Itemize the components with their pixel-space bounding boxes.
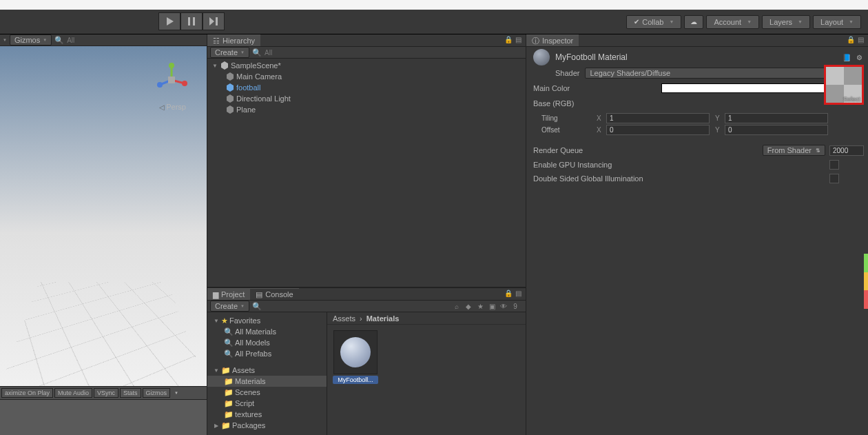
breadcrumb-root[interactable]: Assets — [333, 314, 355, 323]
expand-icon[interactable]: ▼ — [211, 63, 218, 69]
save-icon[interactable]: ▣ — [487, 301, 497, 311]
scene-gizmos-dropdown[interactable]: Gizmos▼ — [10, 34, 52, 45]
hierarchy-icon: ☷ — [213, 37, 220, 45]
svg-point-1 — [169, 63, 174, 68]
docs-icon[interactable]: 📘 — [842, 52, 851, 62]
step-button[interactable] — [203, 12, 225, 30]
scene-bottom-bar: aximize On Play Mute Audio VSync Stats G… — [0, 386, 207, 399]
mute-toggle[interactable]: Mute Audio — [54, 388, 92, 398]
folder-scenes[interactable]: 📁Scenes — [207, 387, 327, 398]
scene-search-input[interactable] — [67, 37, 204, 44]
project-folder-tree[interactable]: ▼ ★ Favorites 🔍All Materials 🔍All Models… — [207, 312, 327, 435]
play-button[interactable] — [158, 12, 180, 30]
scene-view[interactable]: ◁ Persp — [0, 46, 207, 386]
material-preview-sphere[interactable] — [533, 49, 550, 65]
asset-material[interactable]: MyFootboll... — [333, 330, 378, 384]
folder-materials[interactable]: 📁Materials — [207, 376, 327, 387]
pause-button[interactable] — [180, 12, 203, 30]
render-queue-label: Render Queue — [533, 146, 623, 154]
vsync-toggle[interactable]: VSync — [94, 388, 118, 398]
hierarchy-item-football[interactable]: football — [207, 82, 526, 93]
fav-all-models[interactable]: 🔍All Models — [207, 337, 327, 348]
cloud-button[interactable]: ☁ — [684, 15, 703, 29]
asset-label: MyFootboll... — [333, 376, 378, 384]
gizmos-toggle[interactable]: Gizmos — [143, 388, 171, 398]
expand-icon[interactable]: ▶ — [213, 423, 220, 429]
hierarchy-tree[interactable]: ▼ SampleScene* Main Camera football Dire… — [207, 59, 526, 287]
filter-icon[interactable]: ⌕ — [452, 301, 462, 311]
lock-icon[interactable]: 🔒 — [504, 36, 513, 43]
orientation-gizmo[interactable] — [154, 63, 189, 97]
hierarchy-item-light[interactable]: Directional Light — [207, 93, 526, 104]
fav-all-prefabs[interactable]: 🔍All Prefabs — [207, 348, 327, 359]
asset-grid[interactable]: MyFootboll... — [327, 325, 526, 435]
color-markers — [864, 254, 868, 309]
type-icon[interactable]: ★ — [475, 301, 485, 311]
layers-label: Layers — [769, 18, 792, 26]
texture-select-button[interactable]: Select — [843, 96, 860, 103]
chevron-icon: › — [360, 314, 362, 323]
panel-menu-icon[interactable]: ▤ — [515, 290, 521, 297]
main-color-label: Main Color — [533, 84, 623, 92]
stats-toggle[interactable]: Stats — [120, 388, 141, 398]
svg-point-5 — [157, 82, 163, 88]
packages-header[interactable]: ▶ 📁 Packages — [207, 420, 327, 431]
render-queue-input[interactable] — [829, 145, 864, 156]
folder-icon: ▆ — [213, 290, 218, 299]
expand-icon[interactable]: ▼ — [213, 367, 220, 374]
offset-y-input[interactable] — [725, 125, 828, 135]
label-icon[interactable]: ◆ — [464, 301, 473, 311]
tiling-y-input[interactable] — [725, 113, 828, 123]
expand-icon[interactable]: ▼ — [213, 318, 220, 324]
fav-all-materials[interactable]: 🔍All Materials — [207, 326, 327, 337]
inspector-body: MyFootboll Material 📘 ⚙ Shader Legacy Sh… — [526, 47, 868, 435]
hierarchy-create-dropdown[interactable]: Create▼ — [210, 47, 249, 58]
gameobject-icon — [225, 105, 235, 114]
main-toolbar: ✔ Collab▼ ☁ Account▼ Layers▼ Layout▼ — [0, 10, 868, 34]
material-thumbnail — [333, 330, 378, 374]
folder-script[interactable]: 📁Script — [207, 398, 327, 409]
shader-dropdown[interactable]: Legacy Shaders/Diffuse ▼ — [585, 68, 864, 79]
scene-toolbar: ▼ Gizmos▼ 🔍 — [0, 34, 207, 46]
account-button[interactable]: Account▼ — [706, 15, 759, 29]
project-tab[interactable]: ▆ Project — [207, 288, 250, 300]
prefab-icon — [225, 83, 235, 92]
hierarchy-item-camera[interactable]: Main Camera — [207, 71, 526, 82]
folder-icon: 📁 — [221, 366, 231, 375]
svg-point-3 — [182, 81, 187, 86]
gear-icon[interactable]: ⚙ — [854, 52, 864, 62]
console-tab[interactable]: ▤ Console — [250, 288, 298, 300]
tiling-x-input[interactable] — [606, 113, 710, 123]
project-search-input[interactable] — [265, 303, 449, 310]
render-queue-dropdown[interactable]: From Shader ⇅ — [763, 145, 825, 156]
layers-button[interactable]: Layers▼ — [762, 15, 810, 29]
hierarchy-search-input[interactable] — [265, 49, 523, 57]
persp-label[interactable]: ◁ Persp — [159, 103, 186, 111]
panel-menu-icon[interactable]: ▤ — [515, 36, 521, 43]
scene-root-row[interactable]: ▼ SampleScene* — [207, 60, 526, 71]
favorites-header[interactable]: ▼ ★ Favorites — [207, 315, 327, 326]
lock-icon[interactable]: 🔒 — [847, 36, 855, 43]
lock-icon[interactable]: 🔒 — [504, 290, 513, 297]
svg-rect-6 — [168, 77, 175, 83]
gpu-instancing-checkbox[interactable] — [829, 160, 839, 170]
folder-icon: 📁 — [224, 399, 234, 408]
dsgi-checkbox[interactable] — [829, 174, 839, 183]
hierarchy-tab[interactable]: ☷ Hierarchy — [207, 34, 260, 46]
offset-x-input[interactable] — [606, 125, 710, 135]
texture-swatch[interactable]: Select — [824, 65, 864, 105]
layout-button[interactable]: Layout▼ — [813, 15, 861, 29]
project-create-dropdown[interactable]: Create▼ — [210, 301, 249, 312]
hierarchy-item-plane[interactable]: Plane — [207, 104, 526, 115]
assets-header[interactable]: ▼ 📁 Assets — [207, 365, 327, 376]
hidden-icon[interactable]: 👁 — [499, 301, 508, 311]
info-icon: ⓘ — [532, 36, 539, 46]
folder-textures[interactable]: 📁textures — [207, 409, 327, 420]
x-label: X — [597, 126, 606, 134]
inspector-tab[interactable]: ⓘ Inspector — [526, 34, 579, 46]
collab-button[interactable]: ✔ Collab▼ — [626, 15, 681, 29]
panel-menu-icon[interactable]: ▤ — [858, 36, 864, 43]
maximize-toggle[interactable]: aximize On Play — [1, 388, 53, 398]
project-breadcrumb[interactable]: Assets › Materials — [327, 312, 526, 325]
window-titlebar — [0, 0, 868, 10]
